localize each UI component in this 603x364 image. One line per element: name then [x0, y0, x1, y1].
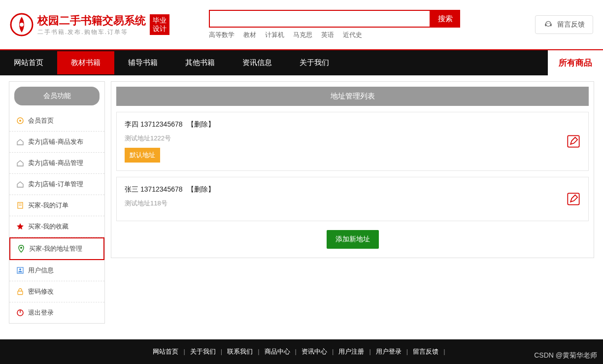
footer-nav: 网站首页|关于我们|联系我们|商品中心|资讯中心|用户注册|用户登录|留言反馈| [0, 339, 603, 364]
logo-subtitle: 二手书籍.发布.购物车.订单等 [37, 28, 146, 36]
footer-link[interactable]: 用户登录 [376, 348, 402, 355]
lock-icon [16, 288, 24, 296]
search-tag[interactable]: 高等数学 [209, 31, 234, 39]
add-address-button[interactable]: 添加新地址 [327, 230, 379, 249]
house-icon [16, 159, 24, 167]
svg-point-3 [547, 23, 548, 24]
star-icon [16, 223, 24, 231]
search-tag[interactable]: 计算机 [265, 31, 284, 39]
sidebar-item-label: 卖方|店铺-订单管理 [28, 180, 83, 189]
nav-item[interactable]: 资讯信息 [229, 51, 286, 74]
sidebar-item-label: 退出登录 [28, 308, 54, 317]
sidebar-item-label: 买家-我的地址管理 [29, 244, 82, 253]
nav-item[interactable]: 其他书籍 [171, 51, 229, 74]
search-input[interactable] [209, 10, 431, 28]
logo-title: 校园二手书籍交易系统 [37, 13, 146, 28]
nav-item[interactable]: 网站首页 [0, 51, 57, 74]
sidebar: 会员功能 会员首页卖方|店铺-商品发布卖方|店铺-商品管理卖方|店铺-订单管理买… [9, 81, 105, 324]
sidebar-item-label: 买家-我的收藏 [28, 222, 68, 231]
sidebar-item-label: 买家-我的订单 [28, 201, 68, 210]
svg-point-2 [546, 21, 551, 26]
svg-point-4 [549, 23, 550, 24]
sidebar-item[interactable]: 卖方|店铺-订单管理 [9, 174, 104, 195]
footer-link[interactable]: 资讯中心 [302, 348, 327, 355]
content-title: 地址管理列表 [116, 87, 589, 106]
search-tags: 高等数学教材计算机马克思英语近代史 [209, 31, 525, 39]
sidebar-items: 会员首页卖方|店铺-商品发布卖方|店铺-商品管理卖方|店铺-订单管理买家-我的订… [9, 110, 104, 323]
logo-badge: 毕业 设计 [150, 14, 169, 35]
sidebar-item-label: 卖方|店铺-商品发布 [28, 137, 83, 146]
search-tag[interactable]: 马克思 [293, 31, 312, 39]
address-name: 李四 [125, 120, 138, 128]
sidebar-item[interactable]: 卖方|店铺-商品发布 [9, 132, 104, 153]
sidebar-item[interactable]: 退出登录 [9, 302, 104, 323]
content-area: 地址管理列表 李四 13712345678 【删除】 测试地址1222号默认地址… [111, 81, 594, 258]
default-badge: 默认地址 [125, 148, 160, 163]
nav-item[interactable]: 关于我们 [286, 51, 343, 74]
sidebar-item[interactable]: 卖方|店铺-商品管理 [9, 153, 104, 174]
search-tag[interactable]: 近代史 [343, 31, 362, 39]
sidebar-item[interactable]: 会员首页 [9, 110, 104, 132]
address-detail: 测试地址1222号 [125, 134, 567, 143]
watermark: CSDN @黄菊华老师 [534, 351, 597, 360]
logo-icon [10, 13, 34, 36]
delete-link[interactable]: 【删除】 [187, 120, 215, 128]
address-card: 李四 13712345678 【删除】 测试地址1222号默认地址 [116, 112, 589, 171]
footer-link[interactable]: 联系我们 [227, 348, 253, 355]
sidebar-item[interactable]: 买家-我的地址管理 [9, 237, 104, 260]
sidebar-header: 会员功能 [14, 87, 100, 105]
sidebar-item-label: 卖方|店铺-商品管理 [28, 159, 83, 167]
svg-point-1 [20, 23, 24, 27]
search-button[interactable]: 搜索 [431, 10, 460, 28]
headset-icon [543, 20, 553, 30]
nav-item[interactable]: 教材书籍 [57, 51, 114, 74]
document-icon [16, 201, 24, 209]
address-name-row: 李四 13712345678 【删除】 [125, 120, 567, 129]
search-tag[interactable]: 教材 [243, 31, 256, 39]
nav-all-products[interactable]: 所有商品 [548, 50, 603, 75]
logo-area: 校园二手书籍交易系统 二手书籍.发布.购物车.订单等 毕业 设计 [10, 13, 169, 36]
footer-link[interactable]: 商品中心 [265, 348, 290, 355]
address-name: 张三 [125, 185, 138, 193]
feedback-button[interactable]: 留言反馈 [535, 15, 593, 34]
svg-rect-13 [18, 291, 23, 295]
delete-link[interactable]: 【删除】 [187, 185, 215, 193]
sidebar-item-label: 用户信息 [28, 266, 54, 275]
sidebar-item[interactable]: 密码修改 [9, 281, 104, 302]
search-tag[interactable]: 英语 [321, 31, 334, 39]
house-icon [16, 138, 24, 146]
address-phone: 13712345678 [140, 120, 183, 128]
power-icon [16, 309, 24, 317]
svg-point-6 [19, 120, 21, 122]
nav-item[interactable]: 辅导书籍 [114, 51, 171, 74]
address-list: 李四 13712345678 【删除】 测试地址1222号默认地址 张三 137… [116, 112, 589, 221]
svg-rect-17 [568, 193, 579, 204]
svg-point-10 [20, 247, 22, 249]
house-icon [16, 180, 24, 188]
user-doc-icon [16, 266, 24, 274]
sidebar-item-label: 会员首页 [28, 116, 54, 125]
sidebar-item[interactable]: 用户信息 [9, 260, 104, 281]
location-icon [17, 245, 25, 253]
footer-link[interactable]: 用户注册 [338, 348, 364, 355]
address-detail: 测试地址118号 [125, 199, 567, 208]
edit-icon[interactable] [567, 192, 580, 206]
footer-link[interactable]: 留言反馈 [413, 348, 438, 355]
nav-bar: 网站首页教材书籍辅导书籍其他书籍资讯信息关于我们所有商品 [0, 49, 603, 75]
svg-point-12 [19, 268, 21, 270]
sidebar-item[interactable]: 买家-我的订单 [9, 195, 104, 216]
sidebar-item[interactable]: 买家-我的收藏 [9, 216, 104, 237]
footer-link[interactable]: 网站首页 [153, 348, 178, 355]
footer-link[interactable]: 关于我们 [190, 348, 216, 355]
address-phone: 13712345678 [140, 185, 183, 193]
address-card: 张三 13712345678 【删除】 测试地址118号 [116, 177, 589, 221]
home-gear-icon [16, 117, 24, 125]
edit-icon[interactable] [567, 134, 580, 148]
address-name-row: 张三 13712345678 【删除】 [125, 185, 567, 194]
svg-rect-16 [568, 135, 579, 147]
sidebar-item-label: 密码修改 [28, 287, 54, 296]
